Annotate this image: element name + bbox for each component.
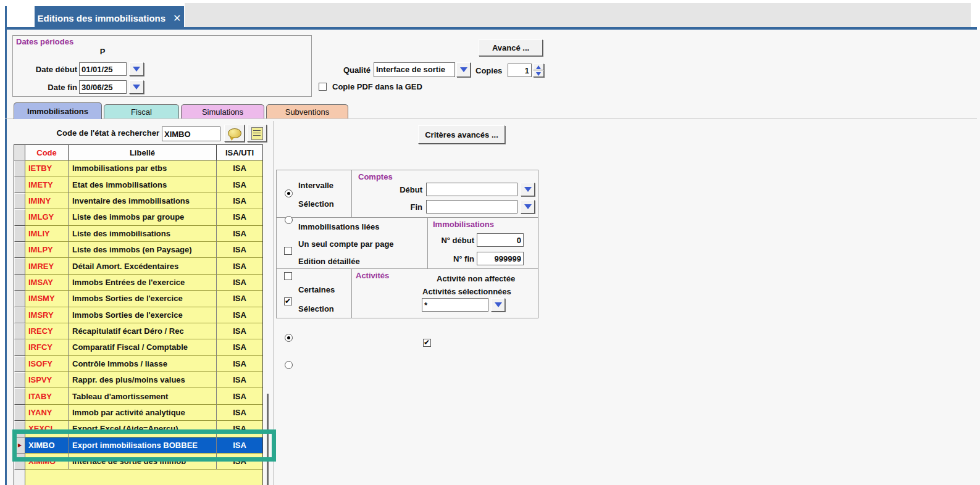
selected-activities-label: Activités sélectionnées	[422, 287, 511, 296]
copies-spinner-down[interactable]	[533, 70, 544, 77]
date-end-input[interactable]	[79, 80, 127, 94]
quality-value[interactable]: Interface de sortie	[374, 62, 455, 77]
row-selector[interactable]	[14, 291, 25, 307]
search-label: Code de l'état à rechercher	[41, 128, 159, 138]
copies-input[interactable]	[508, 64, 532, 77]
row-selector[interactable]	[14, 323, 25, 339]
row-selector[interactable]	[14, 307, 25, 323]
row-selector[interactable]	[14, 275, 25, 291]
table-empty-area	[14, 470, 262, 485]
range-mode-radio-1[interactable]	[285, 216, 293, 224]
header-isa-uti[interactable]: ISA/UTI	[217, 145, 262, 160]
pdf-ged-label: Copie PDF dans la GED	[332, 82, 422, 91]
table-row[interactable]: ITABYTableau d'amortissementISA	[14, 388, 262, 404]
report-list-button[interactable]	[247, 125, 267, 142]
cell-isa-uti: ISA	[217, 242, 262, 258]
row-selector[interactable]	[14, 356, 25, 372]
table-row[interactable]: IMSMYImmobs Sorties de l'exerciceISA	[14, 291, 262, 307]
table-row[interactable]: IMSAYImmobs Entrées de l'exerciceISA	[14, 275, 262, 291]
cell-code: IMLPY	[25, 242, 69, 258]
quality-dropdown-button[interactable]	[456, 62, 471, 77]
table-row[interactable]: IMREYDétail Amort. ExcédentairesISA	[14, 258, 262, 274]
option-checkbox-0[interactable]	[284, 247, 292, 255]
cell-code: IMLIY	[25, 226, 69, 242]
row-selector[interactable]	[14, 209, 25, 225]
close-icon[interactable]: ✕	[173, 12, 181, 24]
option-checkbox-2[interactable]	[284, 297, 292, 305]
unassigned-activity-checkbox[interactable]	[423, 339, 431, 347]
row-selector[interactable]	[14, 405, 25, 421]
date-end-dropdown-button[interactable]	[129, 80, 144, 94]
row-selector[interactable]	[14, 388, 25, 404]
row-selector[interactable]	[14, 193, 25, 209]
table-row[interactable]: IYANYImmob par activité analytiqueISA	[14, 405, 262, 421]
date-start-dropdown-button[interactable]	[129, 62, 144, 76]
header-libelle[interactable]: Libellé	[69, 145, 217, 160]
cell-libelle: Liste des immobs par groupe	[69, 209, 217, 225]
table-row[interactable]: IMLIYListe des immobilisationsISA	[14, 226, 262, 242]
comment-button[interactable]	[224, 125, 245, 142]
cell-libelle: Immobs Entrées de l'exercice	[69, 275, 217, 291]
table-row[interactable]: IMLPYListe des immobs (en Paysage)ISA	[14, 242, 262, 258]
cell-libelle: Immob par activité analytique	[69, 405, 217, 421]
cell-libelle: Inventaire des immobilisations	[69, 193, 217, 209]
cell-code: ITABY	[25, 388, 69, 404]
cell-code: IMSAY	[25, 275, 69, 291]
table-row[interactable]: IRECYRécapitulatif écart Déro / RecISA	[14, 323, 262, 339]
document-tab[interactable]: Editions des immobilisations ✕	[35, 6, 184, 30]
asset-num-start-input[interactable]	[477, 233, 524, 247]
spinner-up-icon	[536, 65, 541, 69]
tab-subventions[interactable]: Subventions	[266, 104, 348, 118]
pdf-ged-checkbox[interactable]	[319, 83, 327, 91]
cell-libelle: Liste des immobilisations	[69, 226, 217, 242]
cell-isa-uti: ISA	[217, 193, 262, 209]
periods-group-label: Dates périodes	[16, 37, 73, 46]
selected-activities-dropdown-button[interactable]	[491, 298, 505, 312]
cell-libelle: Liste des immobs (en Paysage)	[69, 242, 217, 258]
search-input[interactable]	[162, 126, 220, 141]
row-selector[interactable]	[14, 258, 25, 274]
empty-selector-column	[14, 470, 25, 485]
cell-libelle: Etat des immobilisations	[69, 176, 217, 193]
advanced-button[interactable]: Avancé ...	[479, 39, 543, 56]
cell-code: ISPVY	[25, 372, 69, 388]
row-selector[interactable]	[14, 339, 25, 355]
table-row[interactable]: IMETYEtat des immobilisationsISA	[14, 176, 262, 193]
asset-num-end-input[interactable]	[477, 252, 524, 265]
document-tab-title: Editions des immobilisations	[38, 13, 166, 23]
row-selector[interactable]	[14, 176, 25, 193]
app-window: Editions des immobilisations ✕ Dates pér…	[0, 0, 980, 485]
selected-activities-input[interactable]	[422, 298, 488, 312]
row-selector[interactable]	[14, 160, 25, 176]
table-row[interactable]: IMLGYListe des immobs par groupeISA	[14, 209, 262, 225]
activities-mode-radio-0[interactable]	[285, 334, 293, 342]
tab-immobilisations[interactable]: Immobilisations	[14, 102, 102, 119]
range-mode-radio-0[interactable]	[285, 189, 293, 197]
cell-code: IRFCY	[25, 339, 69, 355]
table-row[interactable]: IRFCYComparatif Fiscal / ComptableISA	[14, 339, 262, 355]
tab-simulations[interactable]: Simulations	[181, 104, 264, 118]
header-code[interactable]: Code	[25, 145, 69, 160]
date-start-input[interactable]	[79, 62, 127, 76]
cell-isa-uti: ISA	[217, 372, 262, 388]
row-selector[interactable]	[14, 372, 25, 388]
table-row[interactable]: IMINYInventaire des immobilisationsISA	[14, 193, 262, 209]
account-start-dropdown-button[interactable]	[521, 183, 535, 196]
table-row[interactable]: ISPVYRappr. des plus/moins valuesISA	[14, 372, 262, 388]
account-end-label: Fin	[371, 202, 422, 212]
tab-fiscal[interactable]: Fiscal	[104, 104, 179, 118]
advanced-criteria-button[interactable]: Critères avancés ...	[418, 125, 505, 144]
account-start-input[interactable]	[426, 183, 517, 196]
row-selector[interactable]	[14, 242, 25, 258]
table-row[interactable]: ISOFYContrôle Immobs / liasseISA	[14, 356, 262, 372]
table-row[interactable]: IETBYImmobilisations par etbsISA	[14, 160, 262, 176]
account-end-input[interactable]	[426, 200, 517, 213]
copies-spinner-up[interactable]	[533, 64, 544, 70]
row-selector[interactable]	[14, 226, 25, 242]
account-end-dropdown-button[interactable]	[521, 200, 535, 213]
table-row[interactable]: IMSRYImmobs Sorties de l'exerciceISA	[14, 307, 262, 323]
cell-code: IMSRY	[25, 307, 69, 323]
option-checkbox-1[interactable]	[284, 272, 292, 280]
activities-mode-radio-label-1: Sélection	[298, 304, 334, 313]
activities-mode-radio-1[interactable]	[285, 361, 293, 369]
